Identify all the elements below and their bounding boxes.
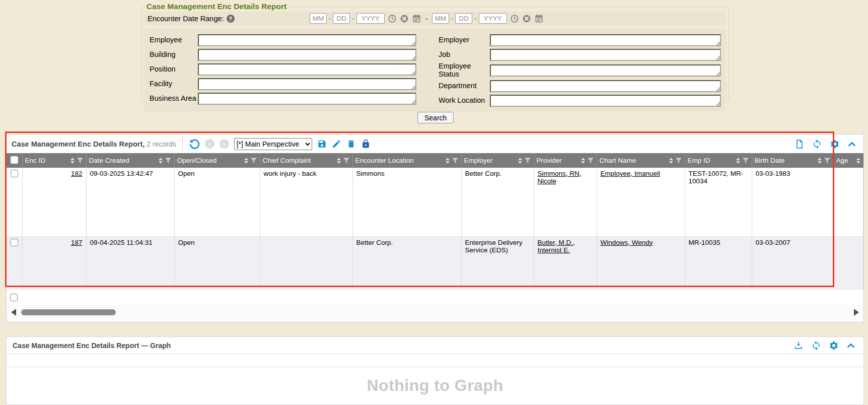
filter-form-title: Case Management Enc Details Report [146, 2, 290, 11]
employee-status-label: Employee Status [439, 62, 490, 78]
column-header-provider[interactable]: Provider [534, 153, 597, 168]
edit-perspective-icon[interactable] [332, 139, 341, 149]
position-field[interactable] [199, 64, 415, 75]
graph-settings-gear-icon[interactable] [829, 341, 839, 351]
settings-gear-icon[interactable] [830, 139, 840, 149]
column-header-chart-name[interactable]: Chart Name [597, 153, 685, 168]
employee-label: Employee [150, 36, 198, 44]
sort-icon[interactable] [337, 158, 341, 164]
header-divider [182, 137, 183, 151]
chart-name-link[interactable]: Windows, Wendy [601, 239, 653, 246]
employee-status-field[interactable] [491, 65, 720, 76]
open-closed-cell: Open [174, 168, 260, 236]
date-to-day-input[interactable] [455, 13, 472, 24]
select-all-checkbox[interactable] [11, 156, 18, 164]
time-picker-icon[interactable] [510, 14, 519, 23]
table-row: 182 09-03-2025 13:42:47 Open work injury… [7, 168, 863, 236]
column-header-age[interactable]: Age [833, 153, 863, 168]
filter-funnel-icon[interactable] [742, 157, 749, 164]
job-field[interactable] [491, 50, 720, 60]
work-location-field[interactable] [491, 96, 720, 106]
clear-date-icon[interactable] [522, 14, 531, 23]
filter-funnel-icon[interactable] [250, 157, 257, 164]
column-header-encounter-location[interactable]: Encounter Location [352, 153, 461, 168]
scroll-right-icon[interactable] [854, 309, 859, 316]
column-header-open-closed[interactable]: Open/Closed [174, 153, 260, 168]
export-report-icon[interactable] [794, 139, 805, 149]
filter-funnel-icon[interactable] [824, 157, 831, 164]
help-icon[interactable]: ? [227, 15, 235, 23]
sort-icon[interactable] [159, 158, 163, 164]
column-header-chief-complaint[interactable]: Chief Complaint [260, 153, 352, 168]
save-perspective-icon[interactable] [317, 139, 327, 149]
enc-id-link[interactable]: 187 [71, 239, 83, 246]
employer-field[interactable] [491, 35, 720, 45]
date-created-cell: 09-03-2025 13:42:47 [86, 168, 174, 236]
lock-icon[interactable] [361, 139, 371, 149]
perspective-select[interactable]: [*] Main Perspective [234, 138, 312, 150]
next-record-icon[interactable]: › [220, 139, 229, 149]
filter-funnel-icon[interactable] [165, 157, 172, 164]
employee-field[interactable] [199, 35, 415, 45]
graph-toolbar-strip [7, 354, 863, 367]
collapse-panel-icon[interactable] [847, 140, 856, 149]
filter-funnel-icon[interactable] [524, 157, 531, 164]
building-field[interactable] [199, 50, 415, 60]
clear-date-icon[interactable] [400, 14, 409, 23]
date-from-day-input[interactable] [333, 13, 350, 24]
footer-checkbox[interactable] [10, 294, 18, 301]
sort-icon[interactable] [581, 158, 585, 164]
sort-icon[interactable] [669, 158, 673, 164]
column-header-birth-date[interactable]: Birth Date [752, 153, 833, 168]
filter-funnel-icon[interactable] [452, 157, 459, 164]
scrollbar-thumb[interactable] [21, 309, 116, 315]
date-from-month-input[interactable] [310, 13, 327, 24]
row-checkbox[interactable] [11, 170, 18, 177]
employer-label: Employer [439, 36, 490, 44]
row-checkbox[interactable] [11, 239, 18, 246]
chart-name-link[interactable]: Employee, Imanuell [601, 170, 661, 177]
delete-perspective-icon[interactable] [346, 139, 356, 149]
column-header-enc-id[interactable]: Enc ID [22, 153, 86, 168]
filter-funnel-icon[interactable] [343, 157, 350, 164]
prev-record-icon[interactable]: ‹ [205, 139, 214, 149]
sort-icon[interactable] [736, 158, 740, 164]
column-header-employer[interactable]: Employer [461, 153, 534, 168]
calendar-icon[interactable] [534, 14, 544, 23]
search-button[interactable]: Search [417, 112, 454, 123]
sort-icon[interactable] [70, 158, 75, 164]
employee-status-field-box [490, 64, 721, 77]
filter-funnel-icon[interactable] [675, 157, 682, 164]
date-to-month-input[interactable] [432, 13, 449, 24]
work-location-field-box [490, 95, 721, 107]
column-header-emp-id[interactable]: Emp ID [685, 153, 752, 168]
sort-icon[interactable] [818, 158, 822, 164]
provider-link[interactable]: Simmons, RN, Nicole [538, 170, 582, 185]
provider-link[interactable]: Butler, M.D., Internist E. [538, 239, 575, 254]
download-graph-icon[interactable] [793, 341, 804, 351]
enc-id-link[interactable]: 182 [71, 170, 83, 177]
sort-icon[interactable] [856, 158, 860, 164]
filter-funnel-icon[interactable] [587, 157, 594, 164]
facility-field[interactable] [199, 79, 415, 89]
sort-icon[interactable] [518, 158, 522, 164]
scroll-left-icon[interactable] [11, 309, 16, 316]
date-to-year-input[interactable] [479, 13, 507, 24]
horizontal-scrollbar[interactable] [7, 305, 863, 320]
collapse-graph-panel-icon[interactable] [846, 341, 855, 350]
refresh-icon[interactable] [812, 139, 822, 149]
undo-icon[interactable] [189, 139, 200, 150]
refresh-graph-icon[interactable] [811, 341, 821, 351]
date-created-cell: 09-04-2025 11:04:31 [86, 236, 174, 290]
column-header-date-created[interactable]: Date Created [86, 153, 174, 168]
business-area-field[interactable] [199, 94, 415, 104]
filter-funnel-icon[interactable] [77, 157, 84, 164]
date-from-year-input[interactable] [356, 13, 385, 24]
sort-icon[interactable] [446, 158, 450, 164]
record-count: 2 records [147, 140, 176, 148]
department-field[interactable] [491, 81, 720, 91]
time-picker-icon[interactable] [388, 14, 397, 23]
calendar-icon[interactable] [412, 14, 421, 23]
sort-icon[interactable] [244, 158, 248, 164]
building-label: Building [150, 51, 198, 59]
